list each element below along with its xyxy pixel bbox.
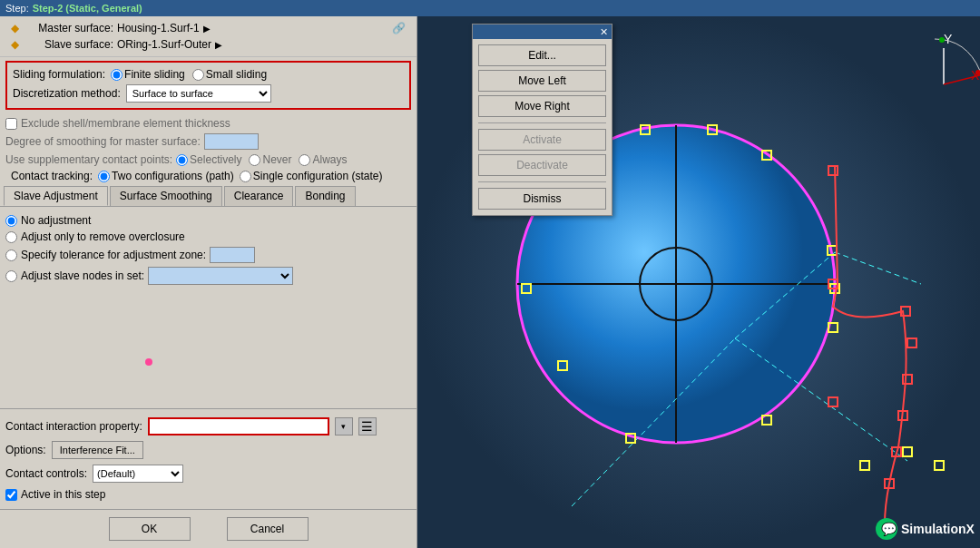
slave-nodes-select[interactable]	[148, 267, 293, 285]
slave-nodes-label: Adjust slave nodes in set:	[21, 269, 144, 282]
tab-slave-adjustment[interactable]: Slave Adjustment	[4, 186, 108, 206]
bottom-section: Contact interaction property: Fric ▾ ☰ O…	[0, 408, 416, 509]
supplementary-label: Use supplementary contact points:	[5, 153, 172, 166]
svg-text:💬: 💬	[881, 522, 897, 537]
move-right-button[interactable]: Move Right	[478, 95, 606, 117]
active-row: Active in this step	[5, 485, 411, 504]
dismiss-button[interactable]: Dismiss	[478, 188, 606, 210]
two-config-option[interactable]: Two configurations (path)	[98, 170, 234, 182]
smoothing-row: Degree of smoothing for master surface: …	[5, 132, 411, 152]
popup-body: Edit... Move Left Move Right Activate De…	[473, 39, 612, 215]
tolerance-row: Specify tolerance for adjustment zone: 0	[5, 245, 411, 265]
no-adjustment-row: No adjustment	[5, 212, 411, 229]
always-radio[interactable]	[299, 154, 310, 166]
empty-area	[0, 313, 416, 408]
adjust-overclosure-label: Adjust only to remove overclosure	[21, 230, 185, 243]
master-value: Housing-1.Surf-1	[117, 22, 200, 34]
active-label: Active in this step	[21, 488, 105, 501]
tab-bonding[interactable]: Bonding	[295, 186, 355, 206]
small-sliding-option[interactable]: Small sliding	[192, 68, 267, 81]
master-arrow-icon[interactable]: ▶	[203, 24, 211, 34]
interference-fit-btn[interactable]: Interference Fit...	[52, 441, 143, 459]
selectively-radio[interactable]	[176, 154, 188, 166]
smoothing-input[interactable]: 0.2	[204, 133, 259, 150]
popup-divider-2	[478, 181, 606, 182]
sliding-formulation-row: Sliding formulation: Finite sliding Smal…	[13, 66, 404, 83]
tolerance-radio[interactable]	[5, 250, 17, 261]
controls-row: Contact controls: (Default)	[5, 462, 411, 485]
slave-arrow-icon[interactable]: ▶	[215, 40, 222, 50]
slave-nodes-radio[interactable]	[5, 270, 17, 282]
pink-dot	[145, 358, 152, 366]
controls-select[interactable]: (Default)	[93, 465, 183, 483]
deactivate-button[interactable]: Deactivate	[478, 154, 606, 176]
contact-prop-input[interactable]: Fric	[148, 417, 329, 435]
activate-button[interactable]: Activate	[478, 129, 606, 151]
prop-browse-btn[interactable]: ▾	[335, 417, 353, 435]
always-option[interactable]: Always	[299, 153, 347, 166]
tab-surface-smoothing[interactable]: Surface Smoothing	[110, 186, 222, 206]
prop-action-btn[interactable]: ☰	[358, 417, 377, 435]
edit-button[interactable]: Edit...	[478, 44, 606, 66]
adjust-overclosure-radio[interactable]	[5, 231, 17, 243]
single-config-option[interactable]: Single configuration (state)	[240, 170, 383, 182]
tab-content-slave-adjustment: No adjustment Adjust only to remove over…	[0, 207, 416, 313]
master-link-icon[interactable]: 🔗	[392, 22, 406, 34]
options-label: Options:	[5, 444, 46, 456]
two-config-radio[interactable]	[98, 171, 110, 182]
small-sliding-radio[interactable]	[192, 69, 204, 81]
no-adjustment-label: No adjustment	[21, 214, 91, 227]
controls-label: Contact controls:	[5, 467, 87, 480]
single-config-label: Single configuration (state)	[253, 170, 383, 182]
tracking-row: Contact tracking: Two configurations (pa…	[5, 168, 411, 184]
ok-button[interactable]: OK	[109, 517, 191, 541]
master-surface-row: ◆ Master surface: Housing-1.Surf-1 ▶ 🔗	[5, 20, 411, 36]
finite-sliding-radio[interactable]	[111, 69, 122, 81]
options-section: Exclude shell/membrane element thickness…	[0, 113, 416, 186]
top-bar: Step: Step-2 (Static, General)	[0, 0, 980, 16]
exclude-checkbox[interactable]	[5, 118, 17, 130]
options-row: Options: Interference Fit...	[5, 438, 411, 462]
never-label: Never	[262, 153, 291, 166]
panel-header: ◆ Master surface: Housing-1.Surf-1 ▶ 🔗 ◆…	[0, 16, 416, 57]
slave-value: ORing-1.Surf-Outer	[117, 38, 211, 51]
supplementary-radio-group: Selectively Never Always	[176, 153, 347, 166]
never-radio[interactable]	[249, 154, 260, 166]
popup-close-icon[interactable]: ✕	[600, 26, 608, 38]
always-label: Always	[312, 153, 347, 166]
sliding-radio-group: Finite sliding Small sliding	[111, 68, 267, 81]
slave-icon: ◆	[11, 38, 19, 51]
never-option[interactable]: Never	[249, 153, 291, 166]
move-left-button[interactable]: Move Left	[478, 70, 606, 92]
svg-text:SimulationX: SimulationX	[901, 522, 975, 536]
active-checkbox[interactable]	[5, 489, 17, 501]
selectively-option[interactable]: Selectively	[176, 153, 241, 166]
single-config-radio[interactable]	[240, 171, 251, 182]
no-adjustment-radio[interactable]	[5, 215, 17, 227]
cancel-button[interactable]: Cancel	[227, 517, 309, 541]
tab-clearance[interactable]: Clearance	[224, 186, 294, 206]
finite-sliding-option[interactable]: Finite sliding	[111, 68, 185, 81]
svg-point-13	[939, 37, 945, 43]
exclude-label: Exclude shell/membrane element thickness	[21, 117, 230, 130]
tabs-container: Slave Adjustment Surface Smoothing Clear…	[0, 186, 416, 207]
popup-title-bar: ✕	[473, 24, 612, 39]
selectively-label: Selectively	[190, 153, 241, 166]
popup-dialog: ✕ Edit... Move Left Move Right Activate …	[472, 24, 612, 216]
discretization-label: Discretization method:	[13, 87, 121, 100]
popup-divider	[478, 122, 606, 123]
slave-label: Slave surface:	[23, 38, 113, 51]
step-label: Step:	[5, 3, 29, 14]
formulation-box: Sliding formulation: Finite sliding Smal…	[5, 61, 411, 110]
tolerance-label: Specify tolerance for adjustment zone:	[21, 249, 206, 261]
adjust-overclosure-row: Adjust only to remove overclosure	[5, 229, 411, 245]
contact-prop-row: Contact interaction property: Fric ▾ ☰	[5, 415, 411, 438]
smoothing-label: Degree of smoothing for master surface:	[5, 135, 201, 148]
master-icon: ◆	[11, 22, 19, 34]
discretization-select[interactable]: Surface to surface	[126, 84, 271, 103]
slave-surface-row: ◆ Slave surface: ORing-1.Surf-Outer ▶	[5, 36, 411, 53]
tolerance-input[interactable]: 0	[210, 247, 255, 263]
left-panel: ◆ Master surface: Housing-1.Surf-1 ▶ 🔗 ◆…	[0, 16, 417, 548]
finite-sliding-label: Finite sliding	[124, 68, 185, 81]
exclude-thickness-row: Exclude shell/membrane element thickness	[5, 115, 411, 132]
